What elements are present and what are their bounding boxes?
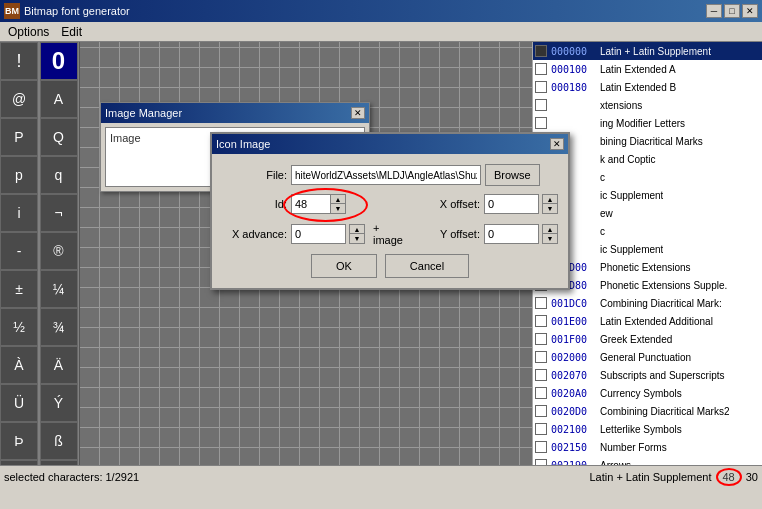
- char-cell-r[interactable]: ®: [40, 232, 78, 270]
- browse-button[interactable]: Browse: [485, 164, 540, 186]
- unicode-name: General Punctuation: [600, 352, 691, 363]
- unicode-code: 000180: [551, 82, 596, 93]
- xoffset-spin-down[interactable]: ▼: [543, 204, 557, 213]
- char-cell-at[interactable]: @: [0, 80, 38, 118]
- yoffset-spin-down[interactable]: ▼: [543, 234, 557, 243]
- unicode-list-item[interactable]: 000100Latin Extended A: [533, 60, 762, 78]
- unicode-list-item[interactable]: 002100Letterlike Symbols: [533, 420, 762, 438]
- file-input[interactable]: [291, 165, 481, 185]
- status-selected-label: Latin + Latin Supplement: [589, 471, 711, 483]
- cancel-button[interactable]: Cancel: [385, 254, 469, 278]
- xadvance-spin-down[interactable]: ▼: [350, 234, 364, 243]
- unicode-name: Greek Extended: [600, 334, 672, 345]
- unicode-name: Phonetic Extensions Supple.: [600, 280, 727, 291]
- unicode-list-item[interactable]: xtensions: [533, 96, 762, 114]
- xoffset-spin-up[interactable]: ▲: [543, 195, 557, 204]
- char-cell-p[interactable]: p: [0, 156, 38, 194]
- unicode-list-item[interactable]: 0020A0Currency Symbols: [533, 384, 762, 402]
- yoffset-input[interactable]: [484, 224, 539, 244]
- unicode-list-item[interactable]: 001F00Greek Extended: [533, 330, 762, 348]
- icon-image-dialog: Icon Image ✕ File: Browse Id: ▲ ▼: [210, 132, 570, 290]
- close-button[interactable]: ✕: [742, 4, 758, 18]
- unicode-list-item[interactable]: 0020D0Combining Diacritical Marks2: [533, 402, 762, 420]
- unicode-checkbox[interactable]: [535, 441, 547, 453]
- char-cell-i[interactable]: i: [0, 194, 38, 232]
- unicode-name: Combining Diacritical Marks2: [600, 406, 729, 417]
- unicode-checkbox[interactable]: [535, 405, 547, 417]
- xadvance-spin-up[interactable]: ▲: [350, 225, 364, 234]
- char-cell-0[interactable]: 0: [40, 42, 78, 80]
- char-cell-dash[interactable]: -: [0, 232, 38, 270]
- xadvance-spinner: ▲ ▼: [349, 224, 365, 244]
- unicode-checkbox[interactable]: [535, 333, 547, 345]
- unicode-list-item[interactable]: 001DC0Combining Diacritical Mark:: [533, 294, 762, 312]
- id-label: Id:: [222, 198, 287, 210]
- char-cell-Q[interactable]: Q: [40, 118, 78, 156]
- unicode-list-item[interactable]: ing Modifier Letters: [533, 114, 762, 132]
- unicode-checkbox[interactable]: [535, 99, 547, 111]
- yoffset-spin-up[interactable]: ▲: [543, 225, 557, 234]
- menu-edit[interactable]: Edit: [55, 23, 88, 41]
- unicode-list-item[interactable]: 002070Subscripts and Superscripts: [533, 366, 762, 384]
- unicode-code: 000100: [551, 64, 596, 75]
- status-selected-text: selected characters: 1/2921: [4, 471, 589, 483]
- minimize-button[interactable]: ─: [706, 4, 722, 18]
- unicode-checkbox[interactable]: [535, 369, 547, 381]
- unicode-name: Latin Extended Additional: [600, 316, 713, 327]
- char-cell-Yacute[interactable]: Ý: [40, 384, 78, 422]
- id-field-wrapper: ▲ ▼: [291, 194, 346, 214]
- status-right: Latin + Latin Supplement 48 30: [589, 468, 758, 486]
- unicode-name: c: [600, 172, 605, 183]
- unicode-code: 002100: [551, 424, 596, 435]
- char-cell-q[interactable]: q: [40, 156, 78, 194]
- unicode-checkbox[interactable]: [535, 297, 547, 309]
- xoffset-input[interactable]: [484, 194, 539, 214]
- status-bar: selected characters: 1/2921 Latin + Lati…: [0, 465, 762, 487]
- app-title: Bitmap font generator: [24, 5, 130, 17]
- unicode-list-item[interactable]: 002150Number Forms: [533, 438, 762, 456]
- unicode-checkbox[interactable]: [535, 63, 547, 75]
- char-cell[interactable]: !: [0, 42, 38, 80]
- char-cell-Auml[interactable]: Ä: [40, 346, 78, 384]
- unicode-checkbox[interactable]: [535, 45, 547, 57]
- unicode-list-item[interactable]: 001E00Latin Extended Additional: [533, 312, 762, 330]
- menu-options[interactable]: Options: [2, 23, 55, 41]
- unicode-checkbox[interactable]: [535, 81, 547, 93]
- image-manager-close[interactable]: ✕: [351, 107, 365, 119]
- icon-dialog-close[interactable]: ✕: [550, 138, 564, 150]
- xadvance-input[interactable]: [291, 224, 346, 244]
- char-cell-frac34[interactable]: ¾: [40, 308, 78, 346]
- unicode-list-item[interactable]: 000180Latin Extended B: [533, 78, 762, 96]
- unicode-list-item[interactable]: 002000General Punctuation: [533, 348, 762, 366]
- icon-dialog-body: File: Browse Id: ▲ ▼ X offset:: [212, 154, 568, 288]
- char-cell-Thorn[interactable]: Þ: [0, 422, 38, 460]
- unicode-list-item[interactable]: 000000Latin + Latin Supplement: [533, 42, 762, 60]
- char-cell-szlig[interactable]: ß: [40, 422, 78, 460]
- unicode-name: Currency Symbols: [600, 388, 682, 399]
- char-cell-not[interactable]: ¬: [40, 194, 78, 232]
- char-cell-frac12[interactable]: ½: [0, 308, 38, 346]
- id-spin-down[interactable]: ▼: [331, 204, 345, 213]
- unicode-checkbox[interactable]: [535, 387, 547, 399]
- app-area: ! 0 @ A P Q p q i ¬ - ® ± ¼ ½ ¾ À Ä Ü Ý …: [0, 42, 762, 487]
- unicode-code: 002150: [551, 442, 596, 453]
- icon-dialog-titlebar: Icon Image ✕: [212, 134, 568, 154]
- char-cell-Uuml[interactable]: Ü: [0, 384, 38, 422]
- char-cell-P[interactable]: P: [0, 118, 38, 156]
- char-cell-pm[interactable]: ±: [0, 270, 38, 308]
- maximize-button[interactable]: □: [724, 4, 740, 18]
- xoffset-label: X offset:: [420, 198, 480, 210]
- id-spin-up[interactable]: ▲: [331, 195, 345, 204]
- unicode-checkbox[interactable]: [535, 315, 547, 327]
- id-xoffset-row: Id: ▲ ▼ X offset: ▲ ▼: [222, 194, 558, 214]
- char-cell-A[interactable]: A: [40, 80, 78, 118]
- ok-button[interactable]: OK: [311, 254, 377, 278]
- unicode-code: 002000: [551, 352, 596, 363]
- char-cell-Agrave[interactable]: À: [0, 346, 38, 384]
- char-grid: ! 0 @ A P Q p q i ¬ - ® ± ¼ ½ ¾ À Ä Ü Ý …: [0, 42, 80, 487]
- unicode-checkbox[interactable]: [535, 351, 547, 363]
- unicode-checkbox[interactable]: [535, 117, 547, 129]
- unicode-name: Latin Extended B: [600, 82, 676, 93]
- char-cell-frac14[interactable]: ¼: [40, 270, 78, 308]
- unicode-checkbox[interactable]: [535, 423, 547, 435]
